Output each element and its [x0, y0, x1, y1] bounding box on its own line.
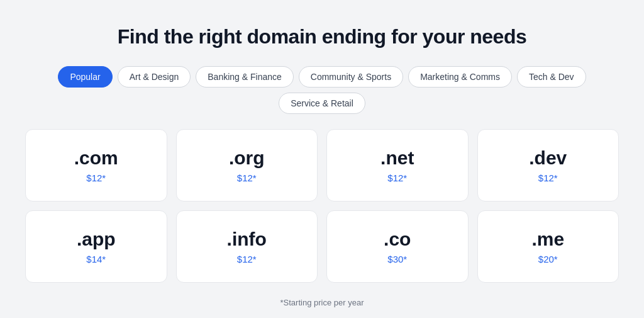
domain-price: $12*	[237, 173, 257, 183]
domain-card-net[interactable]: .net$12*	[326, 129, 469, 202]
domain-card-me[interactable]: .me$20*	[477, 210, 619, 283]
domain-grid: .com$12*.org$12*.net$12*.dev$12*.app$14*…	[25, 129, 619, 283]
domain-price: $12*	[237, 254, 257, 264]
domain-price: $12*	[538, 173, 558, 183]
footnote: *Starting price per year	[280, 298, 364, 307]
tab-marketing-comms[interactable]: Marketing & Comms	[408, 66, 512, 88]
filter-tabs: PopularArt & DesignBanking & FinanceComm…	[25, 66, 619, 114]
domain-card-com[interactable]: .com$12*	[25, 129, 167, 202]
domain-card-co[interactable]: .co$30*	[326, 210, 469, 283]
tab-community-sports[interactable]: Community & Sports	[299, 66, 403, 88]
domain-extension: .info	[227, 229, 267, 250]
domain-price: $12*	[387, 173, 407, 183]
domain-extension: .co	[384, 229, 411, 250]
tab-art-design[interactable]: Art & Design	[118, 66, 191, 88]
domain-card-app[interactable]: .app$14*	[25, 210, 167, 283]
domain-price: $12*	[86, 173, 106, 183]
domain-card-info[interactable]: .info$12*	[176, 210, 318, 283]
domain-price: $14*	[86, 254, 106, 264]
tab-service-retail[interactable]: Service & Retail	[279, 93, 365, 114]
domain-price: $30*	[387, 254, 407, 264]
tab-banking-finance[interactable]: Banking & Finance	[196, 66, 294, 88]
tab-tech-dev[interactable]: Tech & Dev	[517, 66, 586, 88]
domain-extension: .dev	[529, 147, 567, 169]
domain-extension: .me	[531, 229, 564, 250]
domain-card-org[interactable]: .org$12*	[176, 129, 318, 202]
domain-extension: .net	[380, 147, 414, 169]
tab-popular[interactable]: Popular	[58, 66, 112, 88]
domain-extension: .org	[229, 147, 265, 169]
page-title: Find the right domain ending for your ne…	[118, 25, 527, 48]
domain-price: $20*	[538, 254, 558, 264]
domain-extension: .app	[77, 229, 116, 250]
page-container: Find the right domain ending for your ne…	[0, 0, 644, 318]
domain-card-dev[interactable]: .dev$12*	[477, 129, 619, 202]
domain-extension: .com	[74, 147, 118, 169]
